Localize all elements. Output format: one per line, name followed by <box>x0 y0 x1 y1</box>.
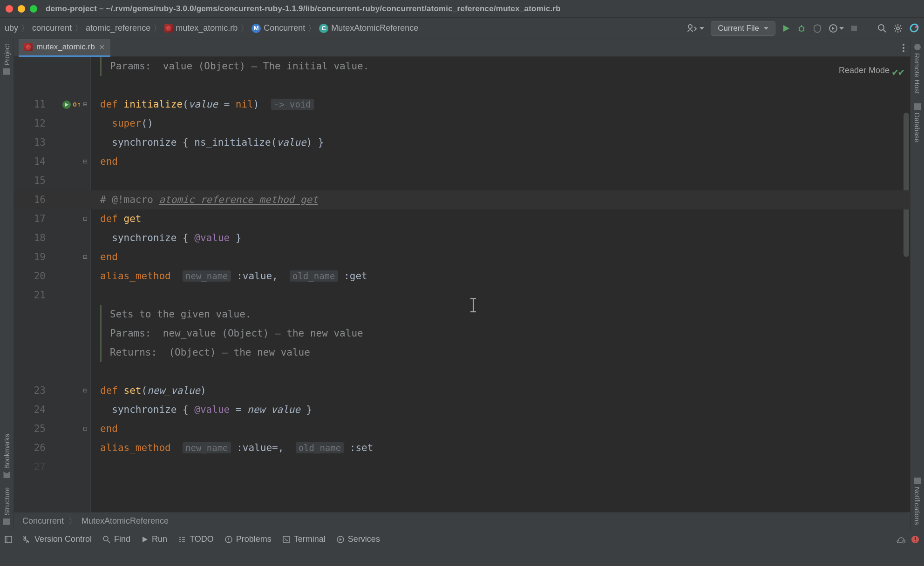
fold-icon[interactable]: ⊟ <box>83 384 87 398</box>
titlebar: demo-project – ~/.rvm/gems/ruby-3.0.0/ge… <box>0 0 924 18</box>
tool-database[interactable]: Database <box>913 99 921 147</box>
debug-button[interactable] <box>797 24 806 33</box>
sb-terminal[interactable]: Terminal <box>283 534 326 544</box>
close-tab-icon[interactable]: ✕ <box>99 43 105 52</box>
bell-icon <box>914 478 921 484</box>
tool-notifications[interactable]: Notifications <box>913 473 921 530</box>
code-viewport[interactable]: Reader Mode ✔✔ Params: value (Object) — … <box>14 57 910 512</box>
ide-logo-icon[interactable] <box>909 23 919 34</box>
sb-vcs[interactable]: Version Control <box>23 534 92 544</box>
folder-icon <box>4 68 10 75</box>
window-controls <box>6 5 37 13</box>
window-title: demo-project – ~/.rvm/gems/ruby-3.0.0/ge… <box>46 4 561 13</box>
sb-find[interactable]: Find <box>103 534 130 544</box>
fold-icon[interactable]: ⊟ <box>83 98 87 111</box>
override-gutter-icon[interactable]: o↑ <box>73 98 81 111</box>
ruby-icon <box>24 43 33 51</box>
fold-end-icon[interactable]: ⊟ <box>83 422 87 436</box>
crumb-uby[interactable]: uby <box>5 23 18 33</box>
tool-structure[interactable]: Structure <box>3 483 11 530</box>
zoom-window[interactable] <box>30 5 37 13</box>
editor: mutex_atomic.rb ✕ Reader Mode ✔✔ Params:… <box>14 39 910 530</box>
tool-remote-host[interactable]: Remote Host <box>913 39 921 99</box>
run-config-label: Current File <box>718 24 759 33</box>
status-bar: Version Control Find Run TODO Problems T… <box>0 530 924 548</box>
crumb-atomic-reference[interactable]: atomic_reference <box>86 23 150 33</box>
close-window[interactable] <box>6 5 13 13</box>
globe-icon <box>914 44 921 50</box>
settings-icon[interactable] <box>893 24 903 33</box>
more-run-button[interactable] <box>829 24 844 33</box>
run-button[interactable] <box>782 24 790 33</box>
module-badge-icon: M <box>251 24 261 33</box>
breadcrumbs: uby 〉 concurrent 〉 atomic_reference 〉 mu… <box>5 23 418 34</box>
status-quick-list-icon[interactable] <box>5 536 12 543</box>
sb-todo[interactable]: TODO <box>178 534 214 544</box>
crumb-file-label: mutex_atomic.rb <box>176 23 238 33</box>
svg-rect-7 <box>5 536 7 543</box>
structure-icon <box>4 519 10 525</box>
editor-tabs: mutex_atomic.rb ✕ <box>14 39 910 57</box>
crumb-class[interactable]: C MutexAtomicReference <box>319 23 418 33</box>
editor-breadcrumbs: Concurrent 〉 MutexAtomicReference <box>14 512 910 530</box>
fold-end-icon[interactable]: ⊟ <box>83 155 87 168</box>
crumb-concurrent[interactable]: Concurrent <box>22 516 64 526</box>
sb-problems[interactable]: Problems <box>225 534 272 544</box>
sb-services[interactable]: Services <box>337 534 380 544</box>
left-tool-rail: Project Bookmarks Structure <box>0 39 14 530</box>
editor-options-icon[interactable] <box>903 44 904 52</box>
sb-run[interactable]: Run <box>142 534 167 544</box>
navigation-bar: uby 〉 concurrent 〉 atomic_reference 〉 mu… <box>0 18 924 39</box>
code-with-me-icon[interactable] <box>687 24 704 33</box>
toolbar: Current File <box>687 21 919 36</box>
crumb-class-label: MutexAtomicReference <box>331 23 418 33</box>
error-indicator-icon[interactable] <box>911 535 919 544</box>
ruby-icon <box>164 24 173 33</box>
run-config-select[interactable]: Current File <box>711 21 775 36</box>
stop-button[interactable] <box>850 25 858 32</box>
fold-icon[interactable]: ⊟ <box>83 212 87 226</box>
bookmark-icon <box>4 472 10 478</box>
tab-filename: mutex_atomic.rb <box>36 42 95 52</box>
search-everywhere-icon[interactable] <box>877 24 887 33</box>
tool-bookmarks[interactable]: Bookmarks <box>3 429 11 483</box>
svg-point-5 <box>915 26 917 28</box>
crumb-concurrent[interactable]: concurrent <box>32 23 72 33</box>
ide-status-icon[interactable] <box>896 535 905 544</box>
coverage-button[interactable] <box>813 24 822 33</box>
run-gutter-icon[interactable] <box>62 101 71 109</box>
database-icon <box>914 103 921 110</box>
chevron-down-icon <box>764 27 768 30</box>
crumb-class[interactable]: MutexAtomicReference <box>82 516 169 526</box>
right-tool-rail: Remote Host Database Notifications <box>910 39 924 530</box>
inspection-ok-icon[interactable]: ✔✔ <box>892 62 905 82</box>
crumb-file[interactable]: mutex_atomic.rb <box>164 23 238 33</box>
svg-rect-2 <box>851 26 857 31</box>
fold-end-icon[interactable]: ⊟ <box>83 250 87 264</box>
svg-point-3 <box>878 25 884 30</box>
tab-mutex-atomic[interactable]: mutex_atomic.rb ✕ <box>19 39 110 57</box>
svg-point-4 <box>897 27 899 30</box>
reader-mode-toggle[interactable]: Reader Mode <box>839 62 890 79</box>
svg-point-8 <box>103 536 108 541</box>
tool-project[interactable]: Project <box>3 39 11 80</box>
crumb-module[interactable]: M Concurrent <box>251 23 305 33</box>
crumb-module-label: Concurrent <box>264 23 305 33</box>
class-badge-icon: C <box>319 24 328 33</box>
minimize-window[interactable] <box>18 5 25 13</box>
